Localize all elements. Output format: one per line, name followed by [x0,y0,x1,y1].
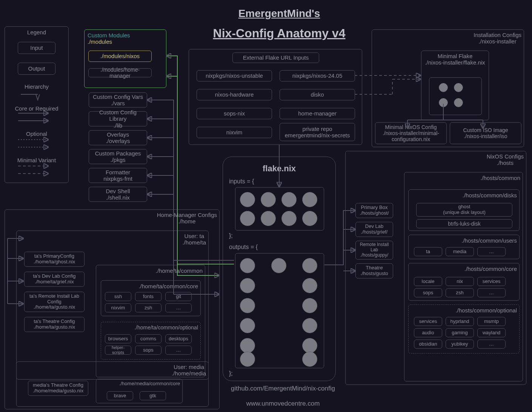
legend-optional: Optional [5,131,68,137]
box-pkgs: Custom Packages./pkgs [89,149,147,164]
ext-1: nixpkgs/nixos-24.05 [280,70,355,81]
user-0: ta [414,247,442,256]
nixos-common: ./hosts/common ./hosts/common/disks ghos… [404,172,523,381]
nixos-users: ./hosts/common/users ta media … [408,235,520,259]
footer-site: www.unmovedcentre.com [189,400,377,407]
ta-core: ./home/ta/common/core ssh fonts git nixv… [101,280,201,316]
hm-user-media: User: media./home/media media's Theatre … [16,361,209,407]
installer-min: Minimal NixOS Config./nixos-installer/mi… [375,122,447,144]
hm-user-ta: User: ta./home/ta ta's PrimaryConfig./ho… [16,231,209,380]
user-1: media [446,247,474,256]
installer-title: Installation Configs [474,32,521,38]
media-cfg: media's Theatre Config./home/media/gusto… [28,381,88,396]
external-inputs-title: External Flake URL Inputs [232,52,319,63]
box-vars: Custom Config Vars./vars [89,92,147,108]
ta-cfg-2: ta's Remote Install Lab Config./home/ta/… [24,292,85,312]
flake-inputs-label: inputs = { [229,178,254,185]
external-inputs-box: External Flake URL Inputs nixpkgs/nixos-… [189,49,362,145]
legend-box: Legend Input Output Hierarchy Core or Re… [5,26,69,183]
ta-cfg-0: ta's PrimaryConfig./home/ta/ghost.nix [24,252,85,267]
box-fmt: Formatternixpkgs-fmt [89,168,147,183]
footer-repo: github.com/EmergentMind/nix-config [189,385,377,392]
nixos-optional: ./hosts/common/optional services hyprlan… [408,304,520,354]
ext-0: nixpkgs/nixos-unstable [197,70,272,81]
ext-4: sops-nix [197,108,272,119]
installer-iso: Custom ISO Image./nixos-installer/iso [450,122,521,144]
legend-output: Output [18,63,55,75]
installer-box: Installation Configs ./nixos-installer M… [372,29,524,147]
modules-nixos: ./modules/nixos [88,51,152,62]
flake-close-2: }; [229,370,233,377]
custom-modules-path: ./modules [88,38,112,45]
box-shell: Dev Shell./shell.nix [89,187,147,202]
box-lib: Custom Config Library./lib [89,111,147,126]
ta-common: ./home/ta/common ./home/ta/common/core s… [96,265,205,377]
modules-hm: ./modules/home-manager [88,68,152,77]
diagram-canvas: EmergentMind's Nix-Config Anatomy v4 Leg… [0,0,532,412]
title-line-1: EmergentMind's [185,8,374,20]
media-core: ./home/media/common/core brave gtk [96,379,183,403]
legend-core: Core or Required [5,105,68,112]
flake-outputs-label: outputs = { [229,244,258,251]
ext-7: private repo emergentmind/nix-secrets [280,123,355,141]
flake-nix-box: flake.nix inputs = { }; outputs = { }; [223,157,336,381]
flake-outputs-panel [235,253,324,368]
flake-close-1: }; [229,232,233,239]
nixos-configs-box: NixOS Configs./hosts ./hosts/common ./ho… [345,151,526,385]
legend-input: Input [18,42,55,54]
legend-title: Legend [5,29,68,35]
disk-btrfs: btrfs-luks-disk [416,219,512,228]
legend-minimal: Minimal Variant [5,157,68,163]
ta-cfg-1: ta's Dev Lab Config./home/ta/grief.nix [24,272,85,287]
flake-inputs-panel [235,187,324,231]
nixos-core: ./hosts/common/core locale nix services … [408,263,520,301]
ta-optional: ./home/ta/common/optional browsers comms… [101,322,201,360]
nixos-disks: ./hosts/common/disks ghost(unique disk l… [408,189,520,231]
user-2: … [477,247,506,256]
legend-hierarchy: Hierarchy [5,83,68,90]
custom-modules-title: Custom Modules [88,32,130,38]
ta-cfg-3: ta's Theatre Config./home/ta/gusto.nix [24,317,85,332]
disk-ghost: ghost(unique disk layout) [416,203,512,217]
hm-configs-box: Home-Manager Configs./home User: ta./hom… [5,209,220,409]
ext-6: nixvim [197,127,272,138]
custom-modules-box: Custom Modules ./modules ./modules/nixos… [84,29,166,88]
installer-flake-box: Minimal Flake ./nixos-installer/flake.ni… [421,51,489,120]
installer-path: ./nixos-installer [479,38,517,45]
ext-3: disko [280,89,355,100]
title-line-2: Nix-Config Anatomy v4 [166,26,392,40]
box-overlays: Overlays./overlays [89,130,147,145]
installer-dots-panel [429,77,482,115]
flake-title: flake.nix [223,164,335,174]
ext-2: nixos-hardware [197,89,272,100]
ext-5: home-manager [280,108,355,119]
